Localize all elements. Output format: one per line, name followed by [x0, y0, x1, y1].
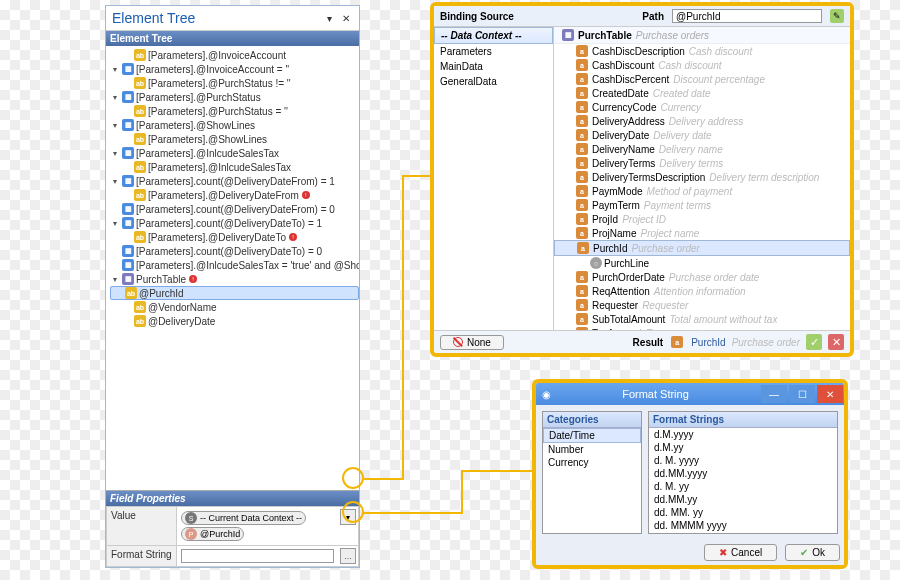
expander-icon[interactable]: ▾	[110, 121, 120, 130]
expander-icon[interactable]: ▾	[110, 65, 120, 74]
expander-icon[interactable]: ▾	[110, 275, 120, 284]
tree-node[interactable]: ab[Parameters].@DeliveryDateTo!	[110, 230, 359, 244]
binding-field-item[interactable]: aCashDiscountCash discount	[554, 58, 850, 72]
categories-list[interactable]: Date/TimeNumberCurrency	[543, 428, 641, 533]
abc-icon: ab	[134, 105, 146, 117]
field-name: PurchId	[593, 243, 627, 254]
element-tree-panel: Element Tree ▾ ✕ Element Tree ab[Paramet…	[105, 5, 360, 568]
format-string-item[interactable]: dd. MMMM yyyy	[649, 519, 837, 532]
tree-node[interactable]: ab@VendorName	[110, 300, 359, 314]
tree-body[interactable]: ab[Parameters].@InvoiceAccount▾▦[Paramet…	[106, 46, 359, 490]
binding-source-item[interactable]: GeneralData	[434, 74, 553, 89]
binding-field-item[interactable]: aCreatedDateCreated date	[554, 86, 850, 100]
format-string-ellipsis-button[interactable]: …	[340, 548, 356, 564]
cancel-button[interactable]: ✖Cancel	[704, 544, 777, 561]
pin-icon[interactable]: ▾	[322, 11, 336, 25]
none-button[interactable]: None	[440, 335, 504, 350]
binding-field-item[interactable]: aPaymTermPayment terms	[554, 198, 850, 212]
field-icon: a	[577, 242, 589, 254]
maximize-button[interactable]: ☐	[789, 385, 815, 403]
binding-field-item[interactable]: aDeliveryAddressDelivery address	[554, 114, 850, 128]
node-label: [Parameters].@InvoiceAccount	[148, 50, 286, 61]
close-icon[interactable]: ✕	[339, 11, 353, 25]
tree-node[interactable]: ab[Parameters].@ShowLines	[110, 132, 359, 146]
format-string-item[interactable]: d.M.yyyy	[649, 428, 837, 441]
binding-field-item[interactable]: ○PurchLine	[554, 256, 850, 270]
format-string-item[interactable]: dd. MM. yy	[649, 506, 837, 519]
tree-node[interactable]: ab[Parameters].@DeliveryDateFrom!	[110, 188, 359, 202]
expander-icon[interactable]: ▾	[110, 149, 120, 158]
binding-field-item[interactable]: aCashDiscPercentDiscount percentage	[554, 72, 850, 86]
expander-icon[interactable]: ▾	[110, 93, 120, 102]
binding-field-item[interactable]: aDeliveryDateDelivery date	[554, 128, 850, 142]
edit-path-icon[interactable]: ✎	[830, 9, 844, 23]
expander-icon[interactable]: ▾	[110, 219, 120, 228]
tree-node[interactable]: ▦[Parameters].count(@DeliveryDateTo) = 0	[110, 244, 359, 258]
tree-node[interactable]: ab[Parameters].@InvoiceAccount	[110, 48, 359, 62]
format-string-item[interactable]: dd.MM.yyyy	[649, 467, 837, 480]
binding-field-item[interactable]: aPaymModeMethod of payment	[554, 184, 850, 198]
tree-node[interactable]: ▾▦[Parameters].@InlcudeSalesTax	[110, 146, 359, 160]
tree-node[interactable]: ▾▦PurchTable!	[110, 272, 359, 286]
binding-source-item[interactable]: -- Data Context --	[434, 27, 553, 44]
binding-field-item[interactable]: aPurchOrderDatePurchase order date	[554, 270, 850, 284]
binding-field-item[interactable]: aCashDiscDescriptionCash discount	[554, 44, 850, 58]
tree-node[interactable]: ▦[Parameters].@InlcudeSalesTax = 'true' …	[110, 258, 359, 272]
tree-node[interactable]: ▾▦[Parameters].@PurchStatus	[110, 90, 359, 104]
tree-node[interactable]: ▾▦[Parameters].@ShowLines	[110, 118, 359, 132]
binding-cancel-button[interactable]: ✕	[828, 334, 844, 350]
binding-source-list[interactable]: -- Data Context --ParametersMainDataGene…	[434, 27, 554, 330]
binding-field-item[interactable]: aPurchIdPurchase order	[554, 240, 850, 256]
binding-source-label: Binding Source	[440, 11, 514, 22]
tree-node[interactable]: ▾▦[Parameters].count(@DeliveryDateTo) = …	[110, 216, 359, 230]
format-string-item[interactable]: d. M. yyyy	[649, 454, 837, 467]
binding-field-item[interactable]: aDeliveryTermsDelivery terms	[554, 156, 850, 170]
binding-field-item[interactable]: aRequesterRequester	[554, 298, 850, 312]
format-string-item[interactable]: d.M.yy	[649, 441, 837, 454]
tree-node[interactable]: ▦[Parameters].count(@DeliveryDateFrom) =…	[110, 202, 359, 216]
binding-path-input[interactable]	[672, 9, 822, 23]
format-string-input[interactable]	[181, 549, 334, 563]
format-dialog-titlebar: ◉ Format String — ☐ ✕	[536, 383, 844, 405]
binding-source-item[interactable]: Parameters	[434, 44, 553, 59]
field-desc: Project ID	[622, 214, 666, 225]
binding-ok-button[interactable]: ✓	[806, 334, 822, 350]
binding-field-item[interactable]: aDeliveryTermsDescriptionDelivery term d…	[554, 170, 850, 184]
format-strings-list[interactable]: d.M.yyyyd.M.yyd. M. yyyydd.MM.yyyyd. M. …	[649, 428, 837, 533]
error-icon: !	[302, 191, 310, 199]
node-label: [Parameters].count(@DeliveryDateTo) = 0	[136, 246, 322, 257]
binding-table-header[interactable]: ▦ PurchTablePurchase orders	[554, 27, 850, 44]
format-string-item[interactable]: d. M. yy	[649, 480, 837, 493]
categories-header: Categories	[543, 412, 641, 428]
binding-source-item[interactable]: MainData	[434, 59, 553, 74]
category-item[interactable]: Currency	[543, 456, 641, 469]
format-string-item[interactable]: dd.MM.yy	[649, 493, 837, 506]
value-dropdown-button[interactable]: ▾	[340, 509, 356, 525]
binding-field-item[interactable]: aSubTotalAmountTotal amount without tax	[554, 312, 850, 326]
tree-node[interactable]: ab[Parameters].@InlcudeSalesTax	[110, 160, 359, 174]
tree-node[interactable]: ▾▦[Parameters].@InvoiceAccount = ''	[110, 62, 359, 76]
ok-button[interactable]: ✔Ok	[785, 544, 840, 561]
value-context-pill[interactable]: S-- Current Data Context --	[181, 511, 306, 525]
field-icon: a	[576, 227, 588, 239]
binding-field-item[interactable]: aProjNameProject name	[554, 226, 850, 240]
tree-section-header: Element Tree	[106, 31, 359, 46]
field-icon: a	[576, 185, 588, 197]
binding-field-item[interactable]: aDeliveryNameDelivery name	[554, 142, 850, 156]
blue-icon: ▦	[122, 91, 134, 103]
expander-icon[interactable]: ▾	[110, 177, 120, 186]
dialog-close-button[interactable]: ✕	[817, 385, 843, 403]
tree-node[interactable]: ab[Parameters].@PurchStatus != ''	[110, 76, 359, 90]
value-field-pill[interactable]: P@PurchId	[181, 527, 244, 541]
minimize-button[interactable]: —	[761, 385, 787, 403]
binding-field-item[interactable]: aReqAttentionAttention information	[554, 284, 850, 298]
tree-node[interactable]: ▾▦[Parameters].count(@DeliveryDateFrom) …	[110, 174, 359, 188]
tree-node[interactable]: ab@DeliveryDate	[110, 314, 359, 328]
tree-node[interactable]: ab@PurchId	[110, 286, 359, 300]
binding-fields-list[interactable]: ▦ PurchTablePurchase orders aCashDiscDes…	[554, 27, 850, 330]
tree-node[interactable]: ab[Parameters].@PurchStatus = ''	[110, 104, 359, 118]
binding-field-item[interactable]: aCurrencyCodeCurrency	[554, 100, 850, 114]
binding-field-item[interactable]: aProjIdProject ID	[554, 212, 850, 226]
category-item[interactable]: Date/Time	[543, 428, 641, 443]
category-item[interactable]: Number	[543, 443, 641, 456]
